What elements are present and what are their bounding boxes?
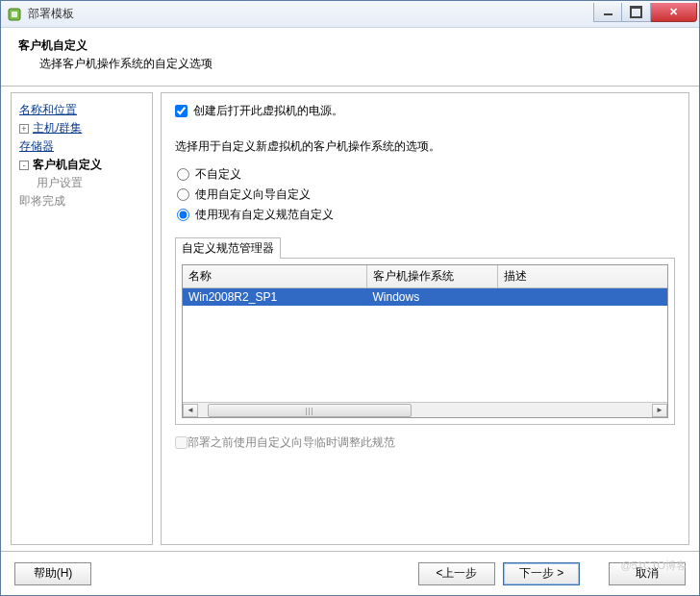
step-host-cluster[interactable]: +主机/群集 <box>19 119 144 137</box>
radio-label: 不自定义 <box>195 166 241 183</box>
cell-desc <box>498 288 667 306</box>
next-button[interactable]: 下一步 > <box>503 562 580 585</box>
back-button[interactable]: <上一步 <box>418 562 495 585</box>
step-user-settings: 用户设置 <box>19 174 144 192</box>
table-body[interactable]: Win2008R2_SP1 Windows <box>183 288 667 402</box>
titlebar[interactable]: 部署模板 <box>1 1 699 28</box>
minimize-button[interactable] <box>593 3 622 22</box>
adjust-spec-label: 部署之前使用自定义向导临时调整此规范 <box>188 435 395 451</box>
wizard-footer: 帮助(H) <上一步 下一步 > 取消 <box>1 551 699 595</box>
scroll-thumb[interactable] <box>208 404 412 417</box>
adjust-spec-checkbox <box>175 436 188 449</box>
svg-rect-1 <box>12 12 17 17</box>
page-subtitle: 选择客户机操作系统的自定义选项 <box>39 56 684 72</box>
close-button[interactable] <box>651 3 697 22</box>
step-current: 客户机自定义 <box>33 158 102 171</box>
table-row[interactable]: Win2008R2_SP1 Windows <box>183 288 667 306</box>
horizontal-scrollbar[interactable]: ◄ ► <box>183 402 667 417</box>
step-guest-customization[interactable]: -客户机自定义 <box>19 156 144 174</box>
expand-icon[interactable]: + <box>19 124 29 134</box>
table-header: 名称 客户机操作系统 描述 <box>183 265 667 288</box>
radio-no-customize[interactable]: 不自定义 <box>177 166 675 183</box>
spec-section: 自定义规范管理器 名称 客户机操作系统 描述 Win2008R2_SP1 Win… <box>175 236 675 425</box>
scroll-left-icon[interactable]: ◄ <box>183 404 198 417</box>
customization-radio-group: 不自定义 使用自定义向导自定义 使用现有自定义规范自定义 <box>177 162 675 227</box>
radio-input-existing[interactable] <box>177 209 189 221</box>
window-controls <box>593 3 697 22</box>
wizard-body: 名称和位置 +主机/群集 存储器 -客户机自定义 用户设置 即将完成 创建后打开… <box>1 87 699 551</box>
customization-prompt: 选择用于自定义新虚拟机的客户机操作系统的选项。 <box>175 138 675 155</box>
spec-manager-box: 名称 客户机操作系统 描述 Win2008R2_SP1 Windows <box>175 258 675 425</box>
step-link[interactable]: 主机/群集 <box>33 121 82 135</box>
radio-existing-spec[interactable]: 使用现有自定义规范自定义 <box>177 207 675 223</box>
scroll-right-icon[interactable]: ► <box>652 404 667 417</box>
step-ready-complete: 即将完成 <box>19 192 144 211</box>
main-panel: 创建后打开此虚拟机的电源。 选择用于自定义新虚拟机的客户机操作系统的选项。 不自… <box>161 92 689 545</box>
window-title: 部署模板 <box>28 6 593 22</box>
adjust-spec-checkbox-row: 部署之前使用自定义向导临时调整此规范 <box>175 435 675 451</box>
radio-wizard-customize[interactable]: 使用自定义向导自定义 <box>177 186 675 203</box>
cell-name: Win2008R2_SP1 <box>183 288 367 306</box>
col-desc[interactable]: 描述 <box>498 265 667 287</box>
spec-table: 名称 客户机操作系统 描述 Win2008R2_SP1 Windows <box>182 264 668 418</box>
power-on-checkbox[interactable] <box>175 105 188 117</box>
step-link[interactable]: 名称和位置 <box>19 103 77 116</box>
power-on-label: 创建后打开此虚拟机的电源。 <box>193 103 343 119</box>
radio-label: 使用现有自定义规范自定义 <box>195 207 334 223</box>
wizard-header: 客户机自定义 选择客户机操作系统的自定义选项 <box>1 28 699 87</box>
radio-label: 使用自定义向导自定义 <box>195 186 311 203</box>
wizard-window: 部署模板 客户机自定义 选择客户机操作系统的自定义选项 名称和位置 +主机/群集… <box>0 0 700 596</box>
page-title: 客户机自定义 <box>18 37 684 54</box>
step-storage[interactable]: 存储器 <box>19 137 144 156</box>
cancel-button[interactable]: 取消 <box>609 562 686 585</box>
step-link[interactable]: 存储器 <box>19 139 54 153</box>
step-name-location[interactable]: 名称和位置 <box>19 101 144 119</box>
radio-input-wizard[interactable] <box>177 188 189 201</box>
step-label: 即将完成 <box>19 194 65 208</box>
help-button[interactable]: 帮助(H) <box>14 562 91 585</box>
scroll-track[interactable] <box>198 404 652 417</box>
step-label: 用户设置 <box>37 176 83 189</box>
power-on-checkbox-row[interactable]: 创建后打开此虚拟机的电源。 <box>175 103 675 119</box>
collapse-icon[interactable]: - <box>19 161 29 170</box>
col-os[interactable]: 客户机操作系统 <box>367 265 498 287</box>
app-icon <box>7 7 22 22</box>
radio-input-none[interactable] <box>177 168 189 181</box>
spec-manager-label: 自定义规范管理器 <box>175 237 281 259</box>
col-name[interactable]: 名称 <box>183 265 367 287</box>
wizard-steps-sidebar: 名称和位置 +主机/群集 存储器 -客户机自定义 用户设置 即将完成 <box>11 92 153 545</box>
cell-os: Windows <box>367 288 498 306</box>
maximize-button[interactable] <box>622 3 651 22</box>
